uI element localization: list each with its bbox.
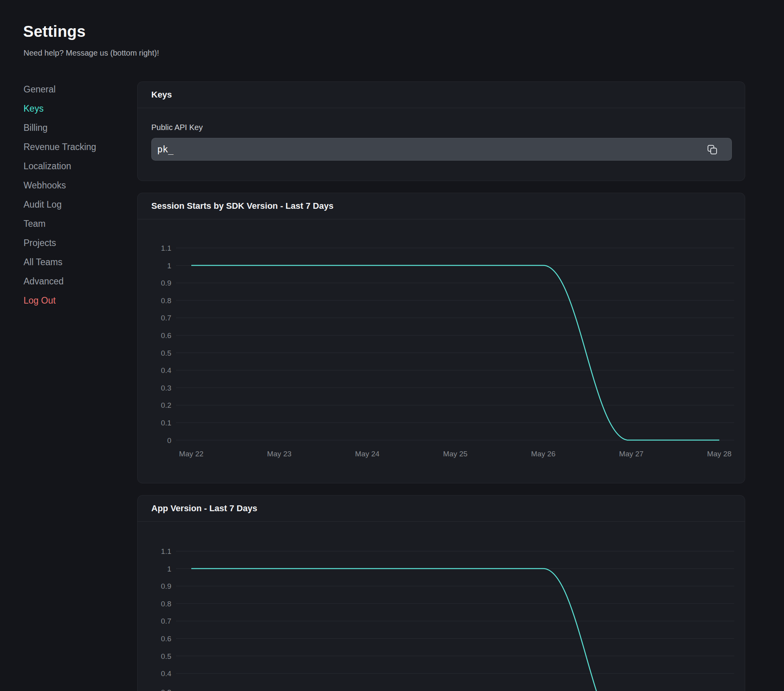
x-tick-label: May 23 bbox=[267, 450, 291, 458]
keys-card: Keys Public API Key pk_ bbox=[137, 81, 745, 181]
y-tick-label: 0.9 bbox=[161, 279, 171, 287]
sdk-version-chart-card: Session Starts by SDK Version - Last 7 D… bbox=[137, 193, 745, 483]
y-tick-label: 0.4 bbox=[161, 669, 172, 678]
sidebar-item-team[interactable]: Team bbox=[24, 214, 122, 233]
public-api-key-field[interactable]: pk_ bbox=[151, 138, 732, 161]
app-chart-title: App Version - Last 7 Days bbox=[138, 496, 745, 522]
x-tick-label: May 27 bbox=[619, 450, 643, 458]
sidebar-item-log-out[interactable]: Log Out bbox=[24, 291, 122, 310]
sidebar: General Keys Billing Revenue Tracking Lo… bbox=[24, 80, 122, 310]
public-api-key-value: pk_ bbox=[157, 144, 174, 154]
sidebar-item-audit-log[interactable]: Audit Log bbox=[24, 195, 122, 214]
x-tick-label: May 26 bbox=[531, 450, 555, 458]
y-tick-label: 0.6 bbox=[161, 635, 171, 643]
x-tick-label: May 22 bbox=[179, 450, 203, 458]
app-chart-y-axis: 1.1 1 0.9 0.8 0.7 0.6 0.5 0.4 0.3 bbox=[161, 547, 172, 691]
y-tick-label: 0.8 bbox=[161, 600, 171, 608]
y-tick-label: 0.5 bbox=[161, 349, 171, 357]
sdk-chart-y-axis: 1.1 1 0.9 0.8 0.7 0.6 0.5 0.4 0.3 0.2 0.… bbox=[161, 244, 172, 445]
y-tick-label: 0 bbox=[167, 436, 171, 445]
public-api-key-label: Public API Key bbox=[151, 123, 731, 132]
y-tick-label: 1.1 bbox=[161, 547, 171, 555]
x-tick-label: May 24 bbox=[355, 450, 380, 458]
y-tick-label: 1.1 bbox=[161, 244, 171, 252]
sidebar-item-localization[interactable]: Localization bbox=[24, 157, 122, 176]
content-column: Keys Public API Key pk_ Session Starts b… bbox=[137, 81, 745, 691]
y-tick-label: 0.2 bbox=[161, 401, 171, 409]
page-subtitle: Need help? Message us (bottom right)! bbox=[24, 49, 159, 58]
app-version-chart: 1.1 1 0.9 0.8 0.7 0.6 0.5 0.4 0.3 bbox=[138, 522, 745, 691]
y-tick-label: 0.8 bbox=[161, 297, 171, 305]
sidebar-item-revenue-tracking[interactable]: Revenue Tracking bbox=[24, 137, 122, 157]
sdk-chart-gridlines bbox=[176, 248, 734, 440]
y-tick-label: 0.1 bbox=[161, 419, 171, 427]
sdk-chart-x-axis: May 22 May 23 May 24 May 25 May 26 May 2… bbox=[179, 450, 731, 458]
y-tick-label: 0.4 bbox=[161, 366, 172, 374]
sidebar-item-keys[interactable]: Keys bbox=[24, 99, 122, 118]
keys-card-body: Public API Key pk_ bbox=[138, 108, 745, 161]
sidebar-item-webhooks[interactable]: Webhooks bbox=[24, 176, 122, 195]
y-tick-label: 1 bbox=[167, 565, 171, 573]
app-version-chart-card: App Version - Last 7 Days 1.1 1 0.9 bbox=[137, 495, 745, 691]
copy-icon[interactable] bbox=[707, 145, 717, 155]
sidebar-item-advanced[interactable]: Advanced bbox=[24, 272, 122, 291]
app-chart-gridlines bbox=[176, 551, 734, 691]
y-tick-label: 0.9 bbox=[161, 582, 171, 590]
y-tick-label: 0.6 bbox=[161, 331, 171, 340]
copy-icon-glyph bbox=[707, 145, 717, 155]
sidebar-item-all-teams[interactable]: All Teams bbox=[24, 253, 122, 272]
app-version-series-line bbox=[191, 569, 629, 691]
sidebar-item-projects[interactable]: Projects bbox=[24, 233, 122, 253]
y-tick-label: 0.5 bbox=[161, 652, 171, 660]
sdk-chart-title: Session Starts by SDK Version - Last 7 D… bbox=[138, 193, 745, 219]
y-tick-label: 0.7 bbox=[161, 314, 171, 322]
page-title: Settings bbox=[23, 23, 85, 40]
settings-page: Settings Need help? Message us (bottom r… bbox=[0, 0, 784, 691]
sidebar-item-billing[interactable]: Billing bbox=[24, 118, 122, 137]
y-tick-label: 0.7 bbox=[161, 617, 171, 625]
y-tick-label: 0.3 bbox=[161, 688, 171, 691]
x-tick-label: May 25 bbox=[443, 450, 467, 458]
keys-card-title: Keys bbox=[138, 82, 745, 108]
sdk-version-chart: 1.1 1 0.9 0.8 0.7 0.6 0.5 0.4 0.3 0.2 0.… bbox=[138, 219, 745, 483]
sidebar-item-general[interactable]: General bbox=[24, 80, 122, 99]
y-tick-label: 1 bbox=[167, 262, 171, 270]
x-tick-label: May 28 bbox=[707, 450, 731, 458]
y-tick-label: 0.3 bbox=[161, 384, 171, 392]
